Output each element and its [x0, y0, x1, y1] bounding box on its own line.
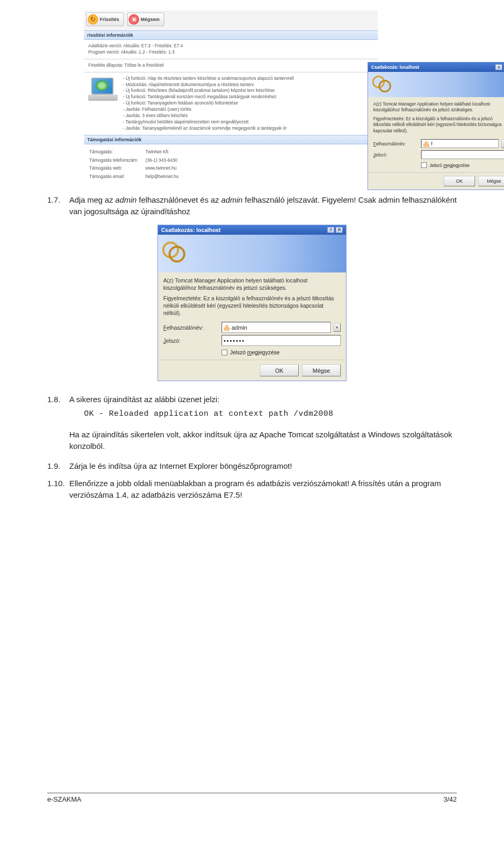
refresh-label: Frissítés [100, 17, 119, 22]
step-1-10: 1.10. Ellenőrizze a jobb oldali menüabla… [47, 478, 457, 501]
keys-icon [372, 76, 390, 93]
change-item: - Módosítás: Alapértelmezett dokumentumt… [123, 82, 294, 88]
user-icon [423, 141, 429, 147]
remember-label: Jelszó megjegyzése [429, 163, 470, 168]
page-footer: e-SZAKMA 3/42 [47, 793, 457, 803]
auth-titlebar: Csatlakozás: localhost ? ✕ [158, 225, 346, 235]
change-item: - Új funkció: Részletes (feladatprofil,s… [123, 88, 294, 94]
username-field[interactable]: f [421, 139, 499, 148]
pass-label: Jelszó: [163, 338, 218, 344]
auth-form: Felhasználónév: f ▾ Jelszó: Jelszó megje… [368, 136, 504, 172]
change-item: - Javítás: 3 éves időterv készítés [123, 113, 294, 119]
updater-window: Frissítés Mégsem rissítési információk A… [84, 10, 378, 185]
cancel-icon [129, 14, 139, 25]
password-field[interactable] [421, 150, 504, 159]
changes-block: - Új funkció: Alap és részletes tanterv … [84, 72, 378, 135]
update-info-header: rissítési információk [84, 30, 378, 40]
cancel-label: Mégsem [141, 17, 160, 22]
auth-banner [368, 72, 504, 97]
auth-dialog-large: Csatlakozás: localhost ? ✕ A(z) Tomcat M… [158, 225, 346, 382]
refresh-button[interactable]: Frissítés [86, 13, 124, 26]
auth-titlebar: Csatlakozás: localhost ? ✕ [368, 62, 504, 72]
keys-icon [162, 241, 186, 266]
support-row: Támogatás email:help@twinnet.hu [89, 173, 185, 181]
cancel-button[interactable]: Mégse [302, 364, 341, 376]
cancel-button[interactable]: Mégse [478, 176, 504, 186]
footer-left: e-SZAKMA [47, 795, 81, 803]
close-icon[interactable]: ✕ [335, 227, 343, 233]
chevron-down-icon[interactable]: ▾ [333, 323, 341, 332]
step-text: Adja meg az admin felhasználónevet és az… [69, 194, 457, 217]
auth-text: A(z) Tomcat Manager Application helyen t… [368, 97, 504, 136]
db-version: Adatbázis verzió: Aktuális: E7.3 - Friss… [88, 43, 374, 49]
step-number: 1.7. [47, 194, 66, 217]
password-field[interactable]: ••••••• [222, 335, 341, 346]
support-info: Támogatás:TwinNet Kft Támogatás telefons… [84, 144, 378, 185]
remember-checkbox[interactable] [421, 162, 427, 168]
prog-version: Program verzió: Aktuális: 1.2 - Frissíté… [88, 49, 374, 56]
step-text: Ellenőrizze a jobb oldali menüablakban a… [69, 478, 457, 501]
change-item: - Új funkció: Tananyagelem listában azon… [123, 100, 294, 107]
auth-title-text: Csatlakozás: localhost [371, 65, 419, 70]
support-row: Támogatás telefonszám:(36-1) 343-6430 [89, 157, 185, 164]
step-text: A sikeres újraindítást az alábbi üzenet … [69, 394, 457, 405]
ok-button[interactable]: OK [444, 176, 475, 186]
updater-and-auth-screenshot: Frissítés Mégsem rissítési információk A… [84, 10, 457, 173]
support-info-header: Támogatási információk [84, 135, 378, 144]
step-number: 1.10. [47, 478, 66, 501]
support-row: Támogatás:TwinNet Kft [89, 149, 185, 156]
version-lines: Adatbázis verzió: Aktuális: E7.3 - Friss… [84, 40, 378, 59]
help-icon[interactable]: ? [327, 227, 334, 233]
change-item: - Új funkció: Tantárgyaknál sorszám mező… [123, 94, 294, 100]
user-label: Felhasználónév: [373, 141, 418, 146]
step-1-7: 1.7. Adja meg az admin felhasználónevet … [47, 194, 457, 217]
reload-ok-message: OK - Reloaded application at context pat… [84, 409, 457, 418]
change-item: - Javítás: Felhasználó (user) törlés [123, 107, 294, 113]
support-row: Támogatás web:www.twinnet.hu [89, 165, 185, 172]
change-item: - Tantárgy/modul betöltés alapértelmezet… [123, 119, 294, 125]
refresh-icon [88, 14, 98, 25]
cancel-button[interactable]: Mégsem [127, 13, 164, 26]
username-field[interactable]: admin [222, 322, 331, 333]
remember-checkbox[interactable] [222, 350, 227, 355]
remember-label: Jelszó megjegyzése [230, 349, 280, 355]
user-icon [224, 324, 230, 331]
step-1-8: 1.8. A sikeres újraindítást az alábbi üz… [47, 394, 457, 405]
auth-title-text: Csatlakozás: localhost [161, 227, 220, 233]
step-text: Zárja le és indítsa újra az Internet Exp… [69, 460, 457, 472]
pass-label: Jelszó: [373, 152, 418, 157]
updater-toolbar: Frissítés Mégsem [84, 10, 378, 30]
chevron-down-icon[interactable]: ▾ [501, 139, 504, 148]
step-1-9: 1.9. Zárja le és indítsa újra az Interne… [47, 460, 457, 472]
update-status: Frissítés állapota: Töltse le a frissíté… [84, 59, 378, 72]
footer-right: 3/42 [444, 795, 457, 803]
auth-form: Felhasználónév: admin ▾ Jelszó: ••••••• … [158, 319, 346, 360]
computer-globe-icon [88, 78, 118, 103]
auth-banner [158, 235, 346, 272]
change-item: - Javítás: Tananyagelemeknél az óraszámo… [123, 125, 294, 132]
step-number: 1.9. [47, 460, 66, 472]
help-icon[interactable]: ? [495, 64, 502, 70]
auth-dialog-small: Csatlakozás: localhost ? ✕ A(z) Tomcat M… [368, 62, 504, 190]
restart-note: Ha az újraindítás sikertelen volt, akkor… [69, 429, 457, 452]
change-item: - Új funkció: Alap és részletes tanterv … [123, 76, 294, 82]
changes-list: - Új funkció: Alap és részletes tanterv … [123, 76, 294, 132]
step-number: 1.8. [47, 394, 66, 405]
ok-button[interactable]: OK [260, 364, 299, 376]
user-label: Felhasználónév: [163, 324, 218, 331]
auth-text: A(z) Tomcat Manager Application helyen t… [158, 272, 346, 319]
